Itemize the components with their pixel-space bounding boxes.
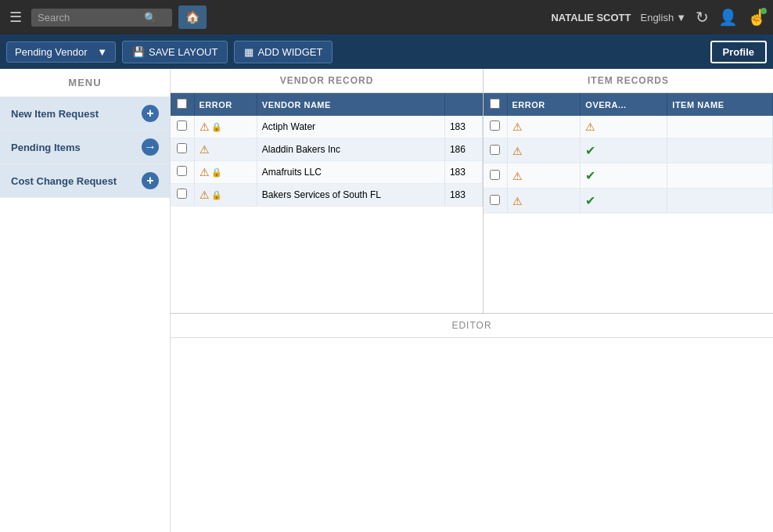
language-selector[interactable]: English ▼ (640, 12, 686, 23)
vendor-col-name: VENDOR NAME (257, 93, 444, 116)
row-checkbox[interactable] (177, 166, 187, 176)
vendor-id-cell: 183 (444, 116, 482, 138)
warning-icon: ⚠ (512, 170, 523, 182)
save-layout-button[interactable]: 💾 SAVE LAYOUT (122, 41, 228, 63)
sidebar-item-label: Pending Items (11, 142, 81, 153)
pending-vendor-dropdown[interactable]: Pending Vendor ▼ (6, 41, 116, 63)
row-checkbox[interactable] (177, 189, 187, 199)
search-input[interactable] (38, 12, 139, 23)
vendor-table-container[interactable]: ERROR VENDOR NAME ⚠ (171, 93, 483, 313)
check-icon: ✔ (585, 194, 595, 207)
lock-icon: 🔒 (211, 190, 222, 200)
table-row[interactable]: ⚠ Aladdin Bakers Inc 186 (171, 138, 483, 161)
table-row[interactable]: ⚠ ✔ (484, 189, 773, 214)
item-name-cell (667, 138, 773, 164)
vendor-name-cell: Actiph Water (257, 116, 444, 138)
lock-icon: 🔒 (211, 167, 222, 178)
table-row[interactable]: ⚠ 🔒 Bakers Services of South FL 183 (171, 184, 483, 207)
profile-button[interactable]: Profile (710, 41, 767, 63)
home-button[interactable]: 🏠 (178, 5, 207, 29)
vendor-col-checkbox (171, 93, 194, 116)
item-col-name: ITEM NAME (667, 93, 773, 116)
sidebar-item-new-icon: + (142, 105, 159, 122)
status-dot (760, 8, 767, 14)
menu-header: MENU (0, 69, 170, 97)
warning-icon: ⚠ (200, 166, 210, 178)
item-records-header: ITEM RECORDS (484, 69, 773, 93)
sidebar-item-label: Cost Change Request (11, 175, 117, 187)
warning-icon: ⚠ (200, 120, 210, 133)
editor-section: EDITOR (171, 313, 773, 532)
warning-icon: ⚠ (512, 120, 523, 133)
add-widget-button[interactable]: ▦ ADD WIDGET (234, 41, 333, 63)
sidebar-item-cost-change-request[interactable]: Cost Change Request + (0, 164, 170, 198)
item-select-all-checkbox[interactable] (490, 99, 500, 109)
pointer-icon[interactable]: ☝ (747, 8, 767, 27)
table-row[interactable]: ⚠ ✔ (484, 164, 773, 189)
dropdown-chevron-icon: ▼ (97, 46, 107, 58)
warning-icon: ⚠ (512, 145, 523, 157)
panels-row: VENDOR RECORD ERROR VENDOR NAME (171, 69, 773, 313)
vendor-col-id (444, 93, 482, 116)
vendor-select-all-checkbox[interactable] (177, 99, 187, 109)
item-table-container[interactable]: ERROR OVERA... ITEM NAME ⚠ ⚠ (484, 93, 773, 313)
editor-header: EDITOR (171, 314, 773, 338)
vendor-table: ERROR VENDOR NAME ⚠ (171, 93, 483, 207)
vendor-name-cell: Amafruits LLC (257, 161, 444, 184)
user-icon[interactable]: 👤 (718, 8, 738, 27)
warning-icon: ⚠ (200, 143, 210, 156)
table-row[interactable]: ⚠ ✔ (484, 138, 773, 164)
row-checkbox[interactable] (490, 145, 500, 155)
vendor-name-cell: Aladdin Bakers Inc (257, 138, 444, 161)
save-icon: 💾 (132, 46, 145, 58)
hamburger-icon[interactable]: ☰ (6, 5, 25, 29)
search-icon: 🔍 (144, 12, 156, 23)
search-container: 🔍 (31, 9, 172, 27)
check-icon: ✔ (585, 144, 595, 157)
panels-area: VENDOR RECORD ERROR VENDOR NAME (171, 69, 773, 532)
vendor-id-cell: 186 (444, 138, 482, 161)
username-label: NATALIE SCOTT (551, 12, 631, 23)
item-name-cell (667, 116, 773, 138)
table-row[interactable]: ⚠ 🔒 Actiph Water 183 (171, 116, 483, 138)
item-table: ERROR OVERA... ITEM NAME ⚠ ⚠ (484, 93, 773, 214)
row-checkbox[interactable] (490, 120, 500, 131)
row-checkbox[interactable] (177, 143, 187, 153)
vendor-col-error: ERROR (194, 93, 257, 116)
sidebar-item-label: New Item Request (11, 108, 99, 120)
warning-icon: ⚠ (200, 189, 210, 201)
item-col-error: ERROR (507, 93, 581, 116)
item-col-checkbox (484, 93, 507, 116)
sidebar: MENU New Item Request + Pending Items → … (0, 69, 171, 532)
table-row[interactable]: ⚠ 🔒 Amafruits LLC 183 (171, 161, 483, 184)
item-records-panel: ITEM RECORDS ERROR OVERA... ITEM NAME (484, 69, 773, 313)
vendor-id-cell: 183 (444, 184, 482, 207)
check-icon: ✔ (585, 169, 595, 182)
widget-icon: ▦ (244, 46, 253, 58)
warning-icon: ⚠ (512, 195, 523, 207)
item-name-cell (667, 189, 773, 214)
table-row[interactable]: ⚠ ⚠ (484, 116, 773, 138)
row-checkbox[interactable] (177, 120, 187, 131)
sidebar-item-pending-items[interactable]: Pending Items → (0, 131, 170, 164)
row-checkbox[interactable] (490, 170, 500, 180)
chevron-down-icon: ▼ (676, 12, 686, 23)
nav-right: NATALIE SCOTT English ▼ ↻ 👤 ☝ (551, 8, 767, 27)
toolbar: Pending Vendor ▼ 💾 SAVE LAYOUT ▦ ADD WID… (0, 34, 773, 69)
sidebar-item-cost-icon: + (142, 172, 159, 189)
item-name-cell (667, 164, 773, 189)
sidebar-item-arrow-icon: → (142, 138, 159, 156)
vendor-id-cell: 183 (444, 161, 482, 184)
vendor-name-cell: Bakers Services of South FL (257, 184, 444, 207)
row-checkbox[interactable] (490, 195, 500, 205)
lock-icon: 🔒 (211, 122, 222, 132)
vendor-record-header: VENDOR RECORD (171, 69, 483, 93)
editor-body (171, 338, 773, 532)
item-col-overall: OVERA... (581, 93, 667, 116)
main-content: MENU New Item Request + Pending Items → … (0, 69, 773, 532)
sidebar-item-new-item-request[interactable]: New Item Request + (0, 97, 170, 131)
vendor-record-panel: VENDOR RECORD ERROR VENDOR NAME (171, 69, 484, 313)
warning-icon: ⚠ (585, 120, 595, 133)
refresh-icon[interactable]: ↻ (696, 8, 709, 27)
top-nav: ☰ 🔍 🏠 NATALIE SCOTT English ▼ ↻ 👤 ☝ (0, 0, 773, 34)
